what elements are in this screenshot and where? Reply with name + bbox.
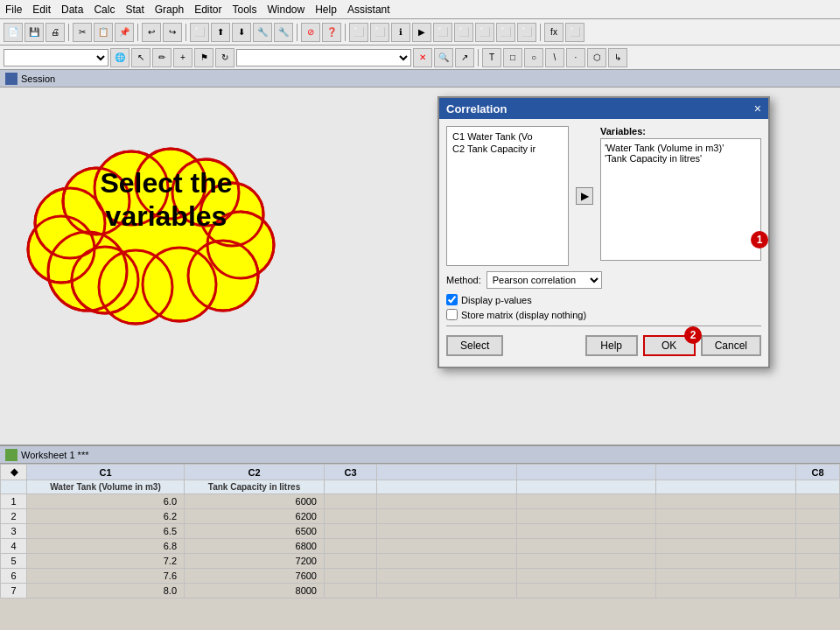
cell-empty-6-2[interactable] bbox=[516, 569, 656, 584]
btn-m[interactable]: ⬜ bbox=[496, 23, 515, 42]
flag-btn[interactable]: ⚑ bbox=[194, 48, 214, 67]
cell-empty-2-0[interactable] bbox=[325, 509, 377, 524]
clear-btn[interactable]: ✕ bbox=[413, 48, 432, 67]
cell-empty-6-0[interactable] bbox=[325, 569, 377, 584]
menu-graph[interactable]: Graph bbox=[155, 4, 184, 16]
arrow-tool-btn[interactable]: ↳ bbox=[608, 48, 627, 67]
cell-empty-1-4[interactable] bbox=[796, 494, 840, 509]
formula-btn[interactable]: fx bbox=[544, 23, 564, 42]
menu-stat[interactable]: Stat bbox=[125, 4, 144, 16]
col-header-c3[interactable]: C3 bbox=[325, 465, 377, 480]
btn-o[interactable]: ⬜ bbox=[565, 23, 584, 42]
add-btn[interactable]: + bbox=[173, 48, 192, 67]
cell-empty-1-3[interactable] bbox=[656, 494, 796, 509]
display-pvalues-checkbox[interactable] bbox=[446, 294, 458, 305]
var-list-item-1[interactable]: C1 Water Tank (Vo bbox=[451, 130, 564, 143]
menu-tools[interactable]: Tools bbox=[232, 4, 256, 16]
btn-a[interactable]: ⬜ bbox=[190, 23, 209, 42]
cell-empty-3-3[interactable] bbox=[656, 524, 796, 539]
poly-btn[interactable]: ⬡ bbox=[587, 48, 606, 67]
search-btn[interactable]: 🔍 bbox=[434, 48, 453, 67]
cell-empty-4-4[interactable] bbox=[796, 539, 840, 554]
cell-empty-5-0[interactable] bbox=[325, 554, 377, 569]
circle-btn[interactable]: ○ bbox=[524, 48, 543, 67]
rotate-btn[interactable]: ↻ bbox=[215, 48, 234, 67]
cell-empty-4-1[interactable] bbox=[377, 539, 517, 554]
menu-editor[interactable]: Editor bbox=[194, 4, 221, 16]
cell-empty-3-2[interactable] bbox=[516, 524, 656, 539]
btn-d[interactable]: 🔧 bbox=[253, 23, 272, 42]
cell-empty-3-4[interactable] bbox=[796, 524, 840, 539]
line-btn[interactable]: \ bbox=[545, 48, 564, 67]
cell-empty-2-4[interactable] bbox=[796, 509, 840, 524]
cell-empty-7-1[interactable] bbox=[377, 584, 517, 598]
cell-empty-4-3[interactable] bbox=[656, 539, 796, 554]
save-btn[interactable]: 💾 bbox=[24, 23, 44, 42]
cell-c2-6[interactable]: 7600 bbox=[185, 569, 325, 584]
cell-empty-2-1[interactable] bbox=[377, 509, 517, 524]
cell-empty-5-1[interactable] bbox=[377, 554, 517, 569]
cancel-button[interactable]: Cancel bbox=[701, 335, 761, 356]
cell-empty-7-3[interactable] bbox=[656, 584, 796, 598]
cell-empty-1-0[interactable] bbox=[325, 494, 377, 509]
cell-empty-1-2[interactable] bbox=[516, 494, 656, 509]
btn-c[interactable]: ⬇ bbox=[232, 23, 251, 42]
text-btn[interactable]: T bbox=[482, 48, 501, 67]
cell-empty-2-2[interactable] bbox=[516, 509, 656, 524]
menu-help[interactable]: Help bbox=[315, 4, 337, 16]
cell-c1-4[interactable]: 6.8 bbox=[27, 539, 185, 554]
btn-k[interactable]: ⬜ bbox=[454, 23, 473, 42]
redo-btn[interactable]: ↪ bbox=[163, 23, 182, 42]
cell-c1-5[interactable]: 7.2 bbox=[27, 554, 185, 569]
nav-btn[interactable]: 🌐 bbox=[110, 48, 130, 67]
cell-empty-4-0[interactable] bbox=[325, 539, 377, 554]
new-btn[interactable]: 📄 bbox=[4, 23, 23, 42]
variables-box[interactable]: 'Water Tank (Volume in m3)' 'Tank Capaci… bbox=[600, 138, 761, 261]
store-matrix-checkbox[interactable] bbox=[446, 309, 458, 320]
cell-empty-7-0[interactable] bbox=[325, 584, 377, 598]
cell-empty-2-3[interactable] bbox=[656, 509, 796, 524]
cell-empty-6-4[interactable] bbox=[796, 569, 840, 584]
dot-btn[interactable]: · bbox=[566, 48, 585, 67]
menu-edit[interactable]: Edit bbox=[32, 4, 51, 16]
dropdown-1[interactable] bbox=[4, 49, 108, 66]
dialog-close-button[interactable]: × bbox=[754, 102, 761, 116]
dropdown-2[interactable] bbox=[236, 49, 411, 66]
cell-c1-2[interactable]: 6.2 bbox=[27, 509, 185, 524]
cut-btn[interactable]: ✂ bbox=[73, 23, 92, 42]
col-name-c1[interactable]: Water Tank (Volume in m3) bbox=[27, 480, 185, 494]
cell-c2-5[interactable]: 7200 bbox=[185, 554, 325, 569]
cell-c2-7[interactable]: 8000 bbox=[185, 584, 325, 598]
cell-empty-1-1[interactable] bbox=[377, 494, 517, 509]
cell-empty-7-4[interactable] bbox=[796, 584, 840, 598]
cell-empty-5-3[interactable] bbox=[656, 554, 796, 569]
cell-c1-7[interactable]: 8.0 bbox=[27, 584, 185, 598]
cell-c2-4[interactable]: 6800 bbox=[185, 539, 325, 554]
btn-h[interactable]: ℹ bbox=[391, 23, 410, 42]
col-header-c8[interactable]: C8 bbox=[796, 465, 840, 480]
btn-f[interactable]: ⬜ bbox=[349, 23, 368, 42]
select-btn[interactable]: ↗ bbox=[455, 48, 474, 67]
menu-file[interactable]: File bbox=[5, 4, 22, 16]
cell-empty-3-0[interactable] bbox=[325, 524, 377, 539]
cell-c1-6[interactable]: 7.6 bbox=[27, 569, 185, 584]
pointer-btn[interactable]: ↖ bbox=[131, 48, 150, 67]
btn-j[interactable]: ⬜ bbox=[433, 23, 452, 42]
btn-l[interactable]: ⬜ bbox=[475, 23, 494, 42]
cell-c2-3[interactable]: 6500 bbox=[185, 524, 325, 539]
select-button[interactable]: Select bbox=[446, 335, 503, 356]
undo-btn[interactable]: ↩ bbox=[142, 23, 161, 42]
cell-empty-5-4[interactable] bbox=[796, 554, 840, 569]
cell-empty-5-2[interactable] bbox=[516, 554, 656, 569]
copy-btn[interactable]: 📋 bbox=[94, 23, 113, 42]
rect-btn[interactable]: □ bbox=[503, 48, 522, 67]
btn-g[interactable]: ⬜ bbox=[370, 23, 389, 42]
paste-btn[interactable]: 📌 bbox=[115, 23, 134, 42]
btn-b[interactable]: ⬆ bbox=[211, 23, 230, 42]
cell-c1-3[interactable]: 6.5 bbox=[27, 524, 185, 539]
menu-assistant[interactable]: Assistant bbox=[347, 4, 390, 16]
help-button[interactable]: Help bbox=[585, 335, 638, 356]
select-arrow-button[interactable]: ▶ bbox=[576, 187, 593, 205]
print-btn[interactable]: 🖨 bbox=[46, 23, 65, 42]
btn-n[interactable]: ⬜ bbox=[517, 23, 536, 42]
